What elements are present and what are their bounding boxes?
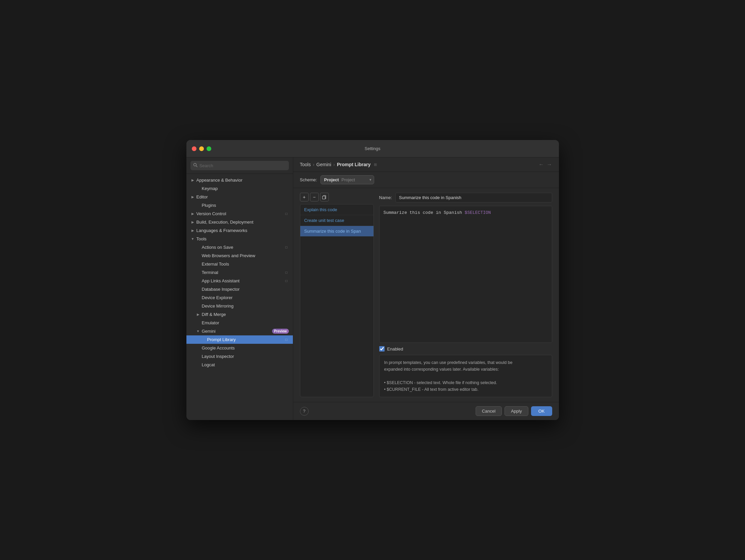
sidebar-item-logcat[interactable]: Logcat bbox=[186, 361, 293, 369]
badge-icon: □ bbox=[284, 270, 289, 275]
chevron-icon: ▶ bbox=[190, 228, 195, 233]
chevron-placeholder bbox=[196, 321, 200, 325]
enabled-label: Enabled bbox=[387, 347, 403, 352]
badge-icon: □ bbox=[284, 245, 289, 250]
close-button[interactable] bbox=[192, 146, 196, 151]
scheme-select[interactable]: Project Project bbox=[320, 175, 374, 184]
chevron-placeholder bbox=[196, 304, 200, 308]
sidebar-item-layout-inspector[interactable]: Layout Inspector bbox=[186, 352, 293, 361]
chevron-icon: ▶ bbox=[190, 178, 195, 183]
chevron-icon: ▼ bbox=[196, 329, 200, 334]
chevron-placeholder bbox=[196, 245, 200, 250]
prompt-item-summarize[interactable]: Summarize this code in Span bbox=[300, 226, 374, 236]
sidebar-item-languages[interactable]: ▶ Languages & Frameworks bbox=[186, 226, 293, 235]
chevron-placeholder bbox=[196, 270, 200, 275]
breadcrumb-current: Prompt Library bbox=[337, 162, 370, 167]
name-input[interactable] bbox=[395, 193, 552, 202]
forward-button[interactable]: → bbox=[547, 162, 552, 168]
panel-header: Tools › Gemini › Prompt Library ⊞ ← → bbox=[293, 158, 559, 172]
sidebar-item-label: External Tools bbox=[202, 262, 289, 267]
sidebar-item-label: Prompt Library bbox=[207, 337, 283, 342]
sidebar-item-label: Languages & Frameworks bbox=[196, 228, 289, 233]
sidebar-item-terminal[interactable]: Terminal □ bbox=[186, 268, 293, 277]
chevron-placeholder bbox=[196, 186, 200, 191]
sidebar-item-label: Version Control bbox=[196, 211, 283, 216]
sidebar-item-diff-merge[interactable]: ▶ Diff & Merge bbox=[186, 310, 293, 319]
chevron-placeholder bbox=[196, 279, 200, 283]
chevron-placeholder bbox=[196, 262, 200, 267]
sidebar-item-label: Device Explorer bbox=[202, 295, 289, 300]
search-input[interactable] bbox=[199, 163, 286, 168]
enabled-checkbox[interactable] bbox=[379, 346, 385, 352]
copy-prompt-button[interactable] bbox=[320, 193, 329, 201]
prompt-detail: Name: Summarize this code in Spanish $SE… bbox=[379, 193, 552, 397]
sidebar-item-build[interactable]: ▶ Build, Execution, Deployment bbox=[186, 218, 293, 226]
breadcrumb-sep1: › bbox=[313, 162, 314, 167]
var-selection: $SELECTION bbox=[387, 381, 413, 385]
sidebar-item-plugins[interactable]: Plugins bbox=[186, 201, 293, 209]
sidebar-item-gemini[interactable]: ▼ Gemini Preview bbox=[186, 327, 293, 335]
remove-prompt-button[interactable]: − bbox=[310, 193, 319, 201]
sidebar-item-app-links[interactable]: App Links Assistant □ bbox=[186, 277, 293, 285]
nav-arrows: ← → bbox=[539, 162, 552, 168]
sidebar-item-device-mirroring[interactable]: Device Mirroring bbox=[186, 302, 293, 310]
code-var: $SELECTION bbox=[464, 210, 491, 215]
chevron-icon: ▶ bbox=[190, 211, 195, 216]
prompt-item-explain[interactable]: Explain this code bbox=[300, 204, 374, 215]
sidebar-item-external-tools[interactable]: External Tools bbox=[186, 260, 293, 268]
back-button[interactable]: ← bbox=[539, 162, 544, 168]
right-panel: Tools › Gemini › Prompt Library ⊞ ← → Sc… bbox=[293, 158, 559, 420]
titlebar: Settings bbox=[186, 140, 559, 158]
sidebar-item-label: Web Browsers and Preview bbox=[202, 253, 289, 258]
sidebar-item-appearance[interactable]: ▶ Appearance & Behavior bbox=[186, 176, 293, 184]
code-editor[interactable]: Summarize this code in Spanish $SELECTIO… bbox=[379, 206, 552, 343]
chevron-placeholder bbox=[196, 354, 200, 359]
sidebar-item-label: Logcat bbox=[202, 362, 289, 367]
sidebar-item-version-control[interactable]: ▶ Version Control □ bbox=[186, 209, 293, 218]
sidebar-item-web-browsers[interactable]: Web Browsers and Preview bbox=[186, 252, 293, 260]
sidebar-item-label: Device Mirroring bbox=[202, 303, 289, 308]
chevron-placeholder bbox=[201, 337, 206, 342]
breadcrumb-gemini[interactable]: Gemini bbox=[316, 162, 331, 167]
chevron-placeholder bbox=[196, 254, 200, 258]
sidebar-item-label: Layout Inspector bbox=[202, 354, 289, 359]
sidebar-item-google-accounts[interactable]: Google Accounts bbox=[186, 344, 293, 352]
sidebar-item-keymap[interactable]: Keymap bbox=[186, 184, 293, 193]
sidebar-item-database-inspector[interactable]: Database Inspector bbox=[186, 285, 293, 293]
search-bar bbox=[186, 158, 293, 174]
sidebar-item-emulator[interactable]: Emulator bbox=[186, 319, 293, 327]
sidebar-item-label: Editor bbox=[196, 194, 289, 199]
minimize-button[interactable] bbox=[199, 146, 204, 151]
bottom-actions: Cancel Apply OK bbox=[476, 406, 552, 416]
badge-icon: □ bbox=[284, 279, 289, 283]
chevron-placeholder bbox=[196, 203, 200, 208]
ok-button[interactable]: OK bbox=[531, 406, 552, 416]
sidebar-item-device-explorer[interactable]: Device Explorer bbox=[186, 293, 293, 302]
bottom-bar: ? Cancel Apply OK bbox=[293, 402, 559, 420]
svg-rect-2 bbox=[322, 196, 325, 199]
sidebar-item-actions-on-save[interactable]: Actions on Save □ bbox=[186, 243, 293, 252]
sidebar-item-label: Plugins bbox=[202, 203, 289, 208]
cancel-button[interactable]: Cancel bbox=[476, 406, 502, 416]
badge-icon: □ bbox=[284, 211, 289, 216]
info-var2: • $CURRENT_FILE - All text from active e… bbox=[384, 386, 547, 393]
prompt-list-panel: + − Explain this code Create unit test c… bbox=[300, 193, 374, 397]
help-button[interactable]: ? bbox=[300, 407, 309, 416]
scheme-select-wrap: Project Project ▾ bbox=[320, 175, 374, 184]
sidebar-item-tools[interactable]: ▼ Tools bbox=[186, 235, 293, 243]
sidebar-item-label: Actions on Save bbox=[202, 245, 283, 250]
chevron-icon: ▶ bbox=[190, 220, 195, 225]
sidebar-item-editor[interactable]: ▶ Editor bbox=[186, 193, 293, 201]
sidebar-item-label: App Links Assistant bbox=[202, 278, 283, 283]
breadcrumb-tools[interactable]: Tools bbox=[300, 162, 311, 167]
sidebar-item-prompt-library[interactable]: Prompt Library □ bbox=[186, 335, 293, 344]
maximize-button[interactable] bbox=[206, 146, 211, 151]
add-prompt-button[interactable]: + bbox=[300, 193, 309, 201]
apply-button[interactable]: Apply bbox=[505, 406, 528, 416]
breadcrumb: Tools › Gemini › Prompt Library ⊞ bbox=[300, 162, 377, 167]
info-var1: • $SELECTION - selected text. Whole file… bbox=[384, 380, 547, 386]
prompt-item-unit-test[interactable]: Create unit test case bbox=[300, 215, 374, 226]
info-line2: expanded into corresponding values later… bbox=[384, 366, 547, 373]
settings-window: Settings ▶ Appea bbox=[186, 140, 559, 420]
main-content: ▶ Appearance & Behavior Keymap ▶ Editor … bbox=[186, 158, 559, 420]
